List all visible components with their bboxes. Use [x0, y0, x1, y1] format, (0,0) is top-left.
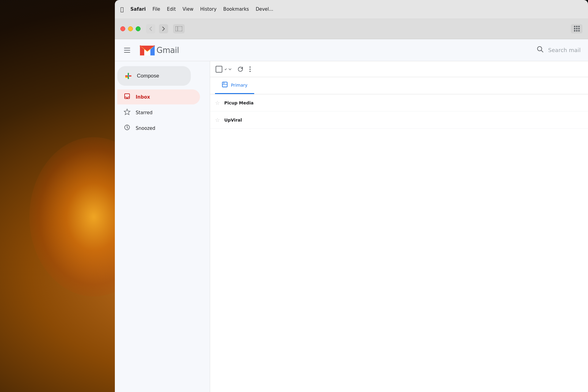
- gmail-search-bar[interactable]: Search mail: [537, 46, 581, 55]
- nav-item-inbox[interactable]: Inbox: [117, 89, 200, 104]
- svg-rect-12: [125, 77, 128, 78]
- browser-toolbar: [115, 18, 588, 39]
- menubar-view[interactable]: View: [183, 6, 194, 12]
- grid-view-button[interactable]: [571, 24, 582, 33]
- svg-rect-11: [128, 75, 129, 77]
- gmail-title-text: Gmail: [156, 46, 179, 55]
- email-toolbar: [210, 61, 588, 77]
- svg-line-8: [541, 51, 543, 52]
- close-button[interactable]: [120, 26, 125, 31]
- star-toggle-icon[interactable]: ☆: [215, 117, 220, 123]
- more-options-button[interactable]: [249, 66, 251, 73]
- compose-button[interactable]: Compose: [117, 66, 191, 86]
- svg-marker-14: [124, 109, 130, 115]
- traffic-lights: [120, 26, 141, 31]
- menubar-safari[interactable]: Safari: [130, 6, 146, 12]
- primary-tab-label: Primary: [231, 83, 247, 88]
- nav-inbox-label: Inbox: [136, 94, 150, 100]
- menubar-edit[interactable]: Edit: [167, 6, 176, 12]
- email-tabs: Primary: [210, 77, 588, 94]
- menubar-history[interactable]: History: [200, 6, 217, 12]
- email-sender-name: UpViral: [224, 118, 264, 123]
- svg-point-17: [250, 69, 251, 70]
- svg-point-18: [250, 71, 251, 72]
- menubar-bookmarks[interactable]: Bookmarks: [223, 6, 249, 12]
- gmail-sidebar: Compose Inbox: [115, 61, 210, 392]
- star-toggle-icon[interactable]: ☆: [215, 100, 220, 106]
- gmail-main-panel: Primary ☆ Picup Media ☆ UpViral: [210, 61, 588, 392]
- nav-snoozed-label: Snoozed: [136, 126, 155, 131]
- sidebar-toggle-button[interactable]: [173, 24, 185, 33]
- table-row[interactable]: ☆ UpViral: [210, 111, 588, 129]
- hamburger-line-1: [124, 48, 130, 48]
- checkbox-icon: [216, 66, 222, 73]
- compose-label: Compose: [137, 73, 159, 79]
- table-row[interactable]: ☆ Picup Media: [210, 94, 588, 111]
- gmail-body: Compose Inbox: [115, 61, 588, 392]
- snoozed-icon: [123, 124, 131, 132]
- maximize-button[interactable]: [136, 26, 141, 31]
- macos-menubar:  Safari File Edit View History Bookmark…: [115, 0, 588, 18]
- gmail-logo: Gmail: [139, 44, 179, 57]
- nav-starred-label: Starred: [136, 110, 153, 115]
- compose-plus-icon: [124, 72, 133, 80]
- search-icon: [537, 46, 544, 55]
- forward-button[interactable]: [159, 24, 168, 33]
- primary-tab-icon: [222, 81, 228, 89]
- gmail-m-icon: [139, 44, 155, 57]
- back-button[interactable]: [146, 24, 155, 33]
- refresh-button[interactable]: [237, 66, 244, 73]
- hamburger-menu-button[interactable]: [122, 46, 132, 55]
- apple-menu[interactable]: : [120, 6, 124, 13]
- star-icon: [123, 108, 131, 117]
- grid-icon: [574, 26, 580, 32]
- nav-item-snoozed[interactable]: Snoozed: [117, 121, 200, 136]
- hamburger-line-3: [124, 52, 130, 53]
- laptop-frame:  Safari File Edit View History Bookmark…: [115, 0, 588, 392]
- minimize-button[interactable]: [128, 26, 133, 31]
- gmail-header: Gmail Search mail: [115, 39, 588, 61]
- svg-point-16: [250, 66, 251, 68]
- screen:  Safari File Edit View History Bookmark…: [115, 0, 588, 392]
- menubar-devel[interactable]: Devel...: [256, 6, 273, 12]
- gmail-content: Gmail Search mail: [115, 39, 588, 392]
- hamburger-line-2: [124, 50, 130, 51]
- nav-item-starred[interactable]: Starred: [117, 105, 200, 120]
- inbox-icon: [123, 93, 131, 101]
- svg-rect-0: [175, 26, 182, 31]
- email-sender-name: Picup Media: [224, 100, 264, 105]
- tab-primary[interactable]: Primary: [215, 77, 254, 94]
- email-list: ☆ Picup Media ☆ UpViral: [210, 94, 588, 392]
- svg-rect-19: [222, 82, 227, 87]
- menubar-file[interactable]: File: [153, 6, 160, 12]
- select-all-button[interactable]: [216, 66, 232, 73]
- search-placeholder: Search mail: [548, 47, 581, 53]
